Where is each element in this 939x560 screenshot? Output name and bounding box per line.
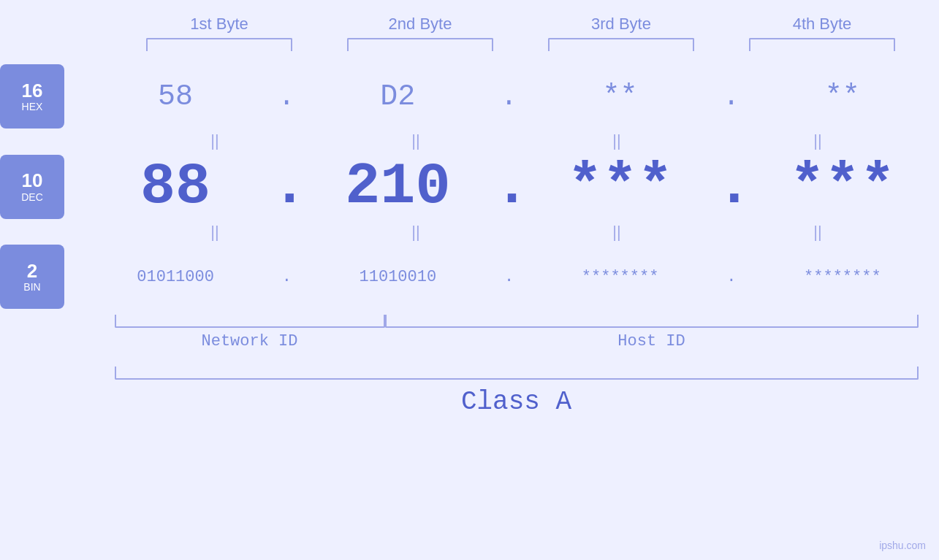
bin-val-2: 11010010	[360, 268, 437, 286]
dec-dot-2: .	[495, 153, 524, 220]
dec-dot-1: .	[272, 153, 301, 220]
dec-cell-3: ***	[524, 153, 717, 220]
dec-badge-label: DEC	[21, 191, 43, 203]
dec-cell-1: 88	[79, 153, 272, 220]
bin-val-3: ********	[582, 268, 659, 286]
id-labels: Network ID Host ID	[115, 332, 919, 350]
eq-1-1: ||	[134, 131, 295, 150]
full-bracket-row	[115, 367, 919, 380]
hex-val-3: **	[603, 80, 638, 113]
eq-1-3: ||	[536, 131, 697, 150]
hex-val-1: 58	[158, 80, 193, 113]
watermark: ipshu.com	[879, 540, 926, 551]
dec-badge-number: 10	[22, 170, 43, 191]
header-row: 1st Byte 2nd Byte 3rd Byte 4th Byte	[119, 15, 923, 34]
top-bracket-3	[548, 38, 694, 51]
id-brackets	[115, 315, 919, 328]
hex-val-4: **	[825, 80, 860, 113]
byte-label-1: 1st Byte	[139, 15, 300, 34]
main-container: 1st Byte 2nd Byte 3rd Byte 4th Byte 16 H…	[0, 0, 939, 560]
top-bracket-4	[749, 38, 895, 51]
bin-dot-1: .	[272, 268, 301, 286]
eq-2-4: ||	[737, 223, 898, 242]
eq-1-2: ||	[335, 131, 496, 150]
bin-cell-1: 01011000	[79, 268, 272, 286]
dec-row: 10 DEC 88 . 210 . *** . ***	[0, 153, 939, 220]
host-id-label: Host ID	[385, 332, 919, 350]
bin-dot-2: .	[495, 268, 524, 286]
hex-cell-1: 58	[79, 80, 272, 113]
hex-badge-number: 16	[22, 80, 43, 101]
hex-dot-2: .	[495, 81, 524, 112]
hex-badge: 16 HEX	[0, 64, 64, 129]
bin-badge-number: 2	[27, 261, 37, 282]
bin-val-1: 01011000	[137, 268, 214, 286]
hex-dot-1: .	[272, 81, 301, 112]
bin-cell-4: ********	[746, 268, 939, 286]
dec-cell-2: 210	[301, 153, 494, 220]
eq-2-2: ||	[335, 223, 496, 242]
dec-dot-3: .	[717, 153, 746, 220]
byte-label-3: 3rd Byte	[541, 15, 702, 34]
class-label: Class A	[115, 387, 919, 417]
network-id-label: Network ID	[115, 332, 385, 350]
hex-row: 16 HEX 58 . D2 . ** . **	[0, 64, 939, 129]
byte-label-2: 2nd Byte	[340, 15, 501, 34]
hex-cell-2: D2	[301, 80, 494, 113]
dec-val-3: ***	[568, 153, 673, 220]
dec-cell-4: ***	[746, 153, 939, 220]
hex-values-row: 58 . D2 . ** . **	[79, 80, 939, 113]
bin-badge-label: BIN	[23, 281, 40, 293]
id-section: Network ID Host ID	[115, 315, 919, 350]
dec-val-4: ***	[790, 153, 895, 220]
top-bracket-2	[347, 38, 493, 51]
bin-row: 2 BIN 01011000 . 11010010 . ******** . *…	[0, 245, 939, 309]
dec-values-row: 88 . 210 . *** . ***	[79, 153, 939, 220]
hex-dot-3: .	[717, 81, 746, 112]
bin-dot-3: .	[717, 268, 746, 286]
hex-badge-label: HEX	[22, 101, 43, 112]
eq-2-1: ||	[134, 223, 295, 242]
top-bracket-1	[146, 38, 292, 51]
dec-badge: 10 DEC	[0, 155, 64, 219]
full-bracket	[115, 367, 919, 380]
bin-val-4: ********	[804, 268, 881, 286]
hex-cell-4: **	[746, 80, 939, 113]
eq-2-3: ||	[536, 223, 697, 242]
bin-cell-3: ********	[524, 268, 717, 286]
byte-label-4: 4th Byte	[742, 15, 902, 34]
network-bracket	[115, 315, 385, 328]
top-bracket-row	[119, 38, 923, 51]
hex-cell-3: **	[524, 80, 717, 113]
hex-val-2: D2	[380, 80, 415, 113]
bin-badge: 2 BIN	[0, 245, 64, 309]
equals-row-1: || || || ||	[115, 131, 919, 150]
dec-val-1: 88	[140, 153, 210, 220]
eq-1-4: ||	[737, 131, 898, 150]
equals-row-2: || || || ||	[115, 223, 919, 242]
bin-cell-2: 11010010	[301, 268, 494, 286]
dec-val-2: 210	[345, 153, 450, 220]
host-bracket	[385, 315, 919, 328]
bin-values-row: 01011000 . 11010010 . ******** . *******…	[79, 268, 939, 286]
